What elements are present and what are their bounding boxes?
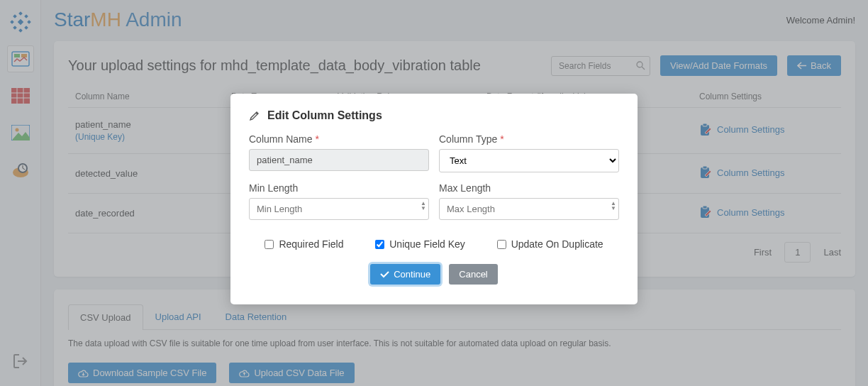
modal-overlay: Edit Column Settings Column Name * Colum… xyxy=(0,0,868,386)
input-col-name[interactable] xyxy=(249,149,429,171)
spinner-icon[interactable]: ▲▼ xyxy=(421,201,426,211)
label-col-name: Column Name * xyxy=(249,133,429,145)
check-update-dup[interactable]: Update On Duplicate xyxy=(497,238,603,250)
select-col-type[interactable]: Text xyxy=(439,149,619,172)
check-required[interactable]: Required Field xyxy=(265,238,343,250)
edit-column-modal: Edit Column Settings Column Name * Colum… xyxy=(230,94,638,304)
input-max-len[interactable] xyxy=(439,198,619,220)
pencil-icon xyxy=(249,110,260,121)
continue-button[interactable]: Continue xyxy=(370,264,440,285)
spinner-icon[interactable]: ▲▼ xyxy=(611,201,616,211)
input-min-len[interactable] xyxy=(249,198,429,220)
modal-title: Edit Column Settings xyxy=(249,109,619,122)
label-max-len: Max Length xyxy=(439,182,619,194)
check-icon xyxy=(380,270,389,278)
check-unique[interactable]: Unique Field Key xyxy=(375,238,465,250)
cancel-button[interactable]: Cancel xyxy=(449,264,497,285)
checkbox-update-dup[interactable] xyxy=(497,240,506,249)
checkbox-unique[interactable] xyxy=(375,240,384,249)
label-min-len: Min Length xyxy=(249,182,429,194)
label-col-type: Column Type * xyxy=(439,133,619,145)
checkbox-required[interactable] xyxy=(265,240,274,249)
